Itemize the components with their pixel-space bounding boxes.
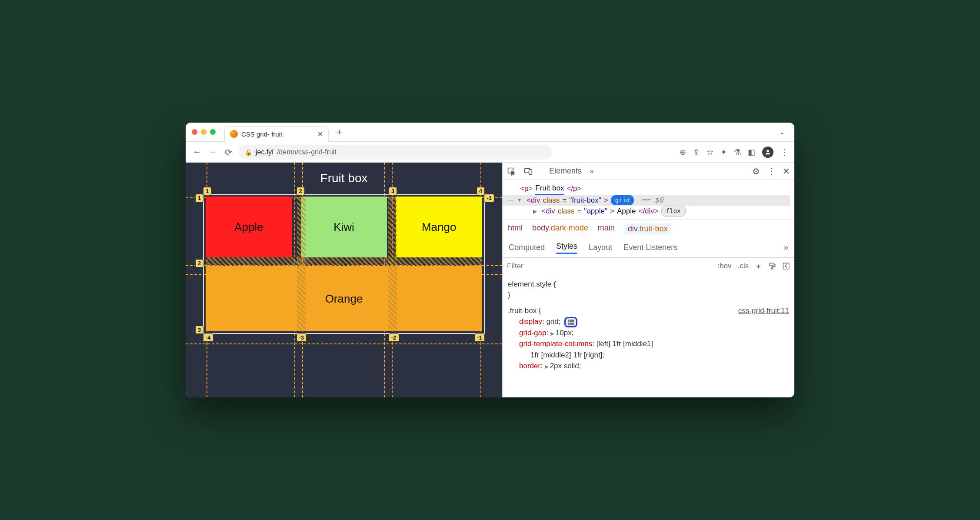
svg-rect-5: [772, 267, 773, 269]
grid-line-badge: 3: [389, 187, 397, 195]
cls-toggle[interactable]: .cls: [738, 262, 749, 270]
close-tab-icon[interactable]: ✕: [317, 130, 323, 138]
grid-cell-kiwi: Kiwi: [301, 197, 387, 257]
overflow-dots-icon[interactable]: ⋯: [507, 195, 514, 206]
reload-button[interactable]: ⟳: [223, 147, 233, 157]
forward-button[interactable]: →: [207, 147, 218, 157]
expand-triangle-icon[interactable]: ▼: [517, 196, 522, 204]
devtools-tab-elements[interactable]: Elements: [549, 167, 582, 176]
subtab-layout[interactable]: Layout: [589, 243, 612, 252]
share-icon[interactable]: ⇪: [693, 147, 700, 157]
styles-subtabs: Computed Styles Layout Event Listeners »: [503, 238, 794, 258]
css-property[interactable]: grid-template-columns: [left] 1fr [middl…: [508, 338, 789, 350]
css-property[interactable]: display: grid;: [508, 316, 789, 327]
grid-line-badge: -1: [484, 194, 494, 202]
css-property[interactable]: border: ▶2px solid;: [508, 360, 789, 372]
devtools-panel: Elements » ⚙ ⋮ ✕ <p>Fruit box</p> ⋯ ▼ <d…: [502, 163, 794, 397]
toolbar-actions: ⊕ ⇪ ☆ ✦ ⚗ ◧ ⋮: [680, 147, 788, 158]
expand-icon[interactable]: ▶: [550, 330, 554, 337]
styles-filter-input[interactable]: [507, 262, 712, 270]
paint-icon[interactable]: [768, 262, 776, 270]
breadcrumb[interactable]: html body.dark-mode main div.fruit-box: [503, 220, 794, 238]
tab-title: CSS grid- fruit: [241, 130, 314, 138]
dom-node[interactable]: ▶ <div class="apple">Apple</div> flex: [520, 206, 790, 217]
maximize-window[interactable]: [210, 129, 216, 135]
grid-line-badge: 4: [477, 187, 485, 195]
subtab-event-listeners[interactable]: Event Listeners: [623, 243, 677, 252]
grid-cell-mango: Mango: [396, 197, 482, 257]
rule-source-link[interactable]: css-grid-fruit:11: [738, 305, 789, 317]
grid-line-badge: 1: [203, 187, 211, 195]
expand-icon[interactable]: ▶: [545, 363, 549, 370]
computed-toggle-icon[interactable]: [782, 262, 790, 270]
svg-rect-10: [568, 323, 570, 325]
grid-cell-orange: Orange: [206, 266, 482, 331]
styles-pane[interactable]: element.style { } css-grid-fruit:11 .fru…: [503, 275, 794, 380]
grid-overlay-wrap: Apple Kiwi Mango Orange 1 2 3 4 -4 -3 -2: [203, 194, 485, 334]
crumb[interactable]: main: [598, 223, 615, 234]
profile-avatar[interactable]: [762, 147, 773, 158]
flex-badge[interactable]: flex: [661, 206, 686, 217]
inspect-icon[interactable]: [507, 167, 516, 176]
crumb[interactable]: html: [508, 223, 523, 234]
svg-rect-3: [529, 169, 532, 174]
browser-tab[interactable]: CSS grid- fruit ✕: [224, 126, 329, 142]
kebab-menu-icon[interactable]: ⋮: [767, 166, 776, 177]
fruit-box-grid: Apple Kiwi Mango Orange: [206, 197, 482, 331]
labs-icon[interactable]: ⚗: [734, 147, 741, 157]
grid-line-badge: 2: [297, 187, 305, 195]
close-devtools-icon[interactable]: ✕: [783, 166, 790, 177]
minimize-window[interactable]: [201, 129, 207, 135]
back-button[interactable]: ←: [192, 147, 202, 157]
expand-triangle-icon[interactable]: ▶: [533, 207, 537, 215]
svg-rect-8: [570, 320, 572, 322]
style-rule[interactable]: element.style { }: [508, 279, 789, 301]
lock-icon: 🔒: [245, 149, 252, 156]
side-panel-icon[interactable]: ◧: [748, 147, 755, 157]
grid-gap-hatch: [206, 257, 482, 266]
close-window[interactable]: [192, 129, 197, 135]
zoom-icon[interactable]: ⊕: [680, 147, 686, 157]
svg-rect-11: [570, 323, 572, 325]
crumb[interactable]: body.dark-mode: [532, 223, 588, 234]
extensions-icon[interactable]: ✦: [720, 147, 727, 157]
grid-line-badge: -3: [297, 333, 307, 342]
more-subtabs-icon[interactable]: »: [784, 243, 788, 252]
url-host: jec.fyi: [256, 148, 273, 156]
dom-node[interactable]: <p>Fruit box</p>: [520, 183, 790, 195]
eq0-label: == $0: [641, 195, 663, 206]
grid-cell-apple: Apple: [206, 197, 292, 257]
grid-line-badge: 2: [195, 259, 203, 267]
titlebar: CSS grid- fruit ✕ + ⌄: [186, 123, 794, 142]
more-tabs-icon[interactable]: »: [590, 167, 593, 176]
settings-icon[interactable]: ⚙: [752, 166, 760, 177]
grid-line-badge: 3: [195, 326, 203, 334]
css-property-cont[interactable]: 1fr [middle2] 1fr [right];: [508, 350, 789, 361]
grid-badge[interactable]: grid: [611, 195, 634, 205]
crumb-active[interactable]: div.fruit-box: [624, 223, 671, 234]
subtab-styles[interactable]: Styles: [556, 242, 577, 254]
tabs-menu-icon[interactable]: ⌄: [776, 128, 788, 136]
bookmark-icon[interactable]: ☆: [707, 147, 713, 157]
browser-window: CSS grid- fruit ✕ + ⌄ ← → ⟳ 🔒 jec.fyi/de…: [186, 123, 794, 397]
hov-toggle[interactable]: :hov: [717, 262, 731, 270]
address-bar[interactable]: 🔒 jec.fyi/demo/css-grid-fruit: [239, 145, 552, 160]
page-viewport: Fruit box Apple Kiwi Mango Orange 1 2 3 …: [186, 163, 502, 397]
window-controls: [192, 129, 216, 135]
favicon-icon: [230, 130, 238, 138]
svg-rect-7: [568, 320, 570, 322]
dom-tree[interactable]: <p>Fruit box</p> ⋯ ▼ <div class="fruit-b…: [503, 180, 794, 220]
dom-node-selected[interactable]: ⋯ ▼ <div class="fruit-box"> grid == $0: [503, 195, 790, 206]
new-tab-button[interactable]: +: [332, 127, 347, 138]
grid-line-badge: 1: [195, 194, 203, 202]
css-property[interactable]: grid-gap: ▶10px;: [508, 327, 789, 339]
grid-line-badge: -1: [474, 333, 485, 342]
new-style-rule-icon[interactable]: ＋: [755, 261, 762, 271]
grid-editor-badge[interactable]: [564, 317, 577, 327]
device-toggle-icon[interactable]: [523, 167, 533, 176]
menu-icon[interactable]: ⋮: [780, 147, 788, 157]
url-path: /demo/css-grid-fruit: [277, 148, 337, 156]
devtools-toolbar: Elements » ⚙ ⋮ ✕: [503, 163, 794, 180]
subtab-computed[interactable]: Computed: [509, 243, 545, 252]
style-rule[interactable]: css-grid-fruit:11 .fruit-box { display: …: [508, 305, 789, 372]
